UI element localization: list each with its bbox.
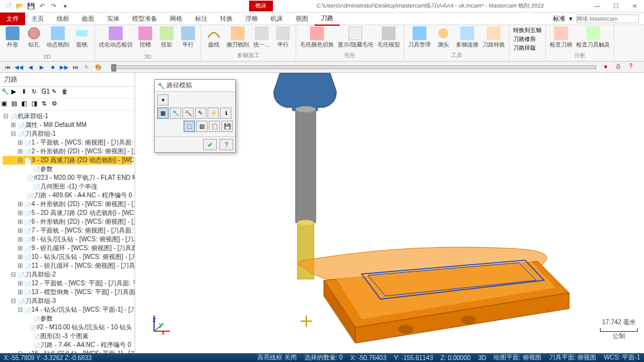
tree-node[interactable]: 📄图形(3) -3 个图素 (3, 332, 132, 341)
record-icon[interactable]: ● (604, 63, 613, 72)
btn-tpconv[interactable]: 刀路转换 (482, 26, 505, 49)
tab-file[interactable]: 文件 (0, 13, 25, 25)
tree-node[interactable]: ⊞📄9 - 铰孔循环 - [WCS: 俯视图] - [刀具面: 俯视图] (3, 244, 132, 253)
chevron-down-icon[interactable]: ▾ (569, 15, 572, 22)
tree-node[interactable]: 📄刀路 - 7.4K - A4.NC - 程序编号 0 (3, 341, 132, 349)
play-start[interactable]: ⏮ (3, 63, 13, 72)
btn-link[interactable]: 多轴连接 (456, 26, 479, 49)
open-icon[interactable]: 📂 (15, 2, 24, 11)
redo-icon[interactable]: ↷ (49, 2, 58, 11)
status-cplane[interactable]: 绘图平面: 俯视图 (494, 353, 541, 362)
tb-icon[interactable]: ◨ (31, 100, 40, 109)
tb-icon[interactable]: 🗑 (62, 88, 70, 97)
tab-wireframe[interactable]: 线框 (50, 13, 75, 25)
pencil-icon[interactable]: ✎ (82, 63, 92, 72)
play-stepback[interactable]: ◀ (25, 63, 35, 72)
play-fwd[interactable]: ▶▶ (59, 63, 69, 72)
tab-machine[interactable]: 机床 (264, 13, 289, 25)
tree-node[interactable]: ⊞📄11 - 铰孔循环 - [WCS: 俯视图] - [刀具面: 俯视图] (3, 261, 132, 270)
tree-node[interactable]: ⊟📄刀具群组-3 (3, 297, 132, 305)
play-rewind[interactable]: ◀◀ (14, 63, 24, 72)
tree-node[interactable]: ⊞📄属性 - Mill Default MM (3, 121, 132, 129)
close-button[interactable]: ✕ (625, 1, 644, 12)
btn-parallel[interactable]: 平行 (179, 26, 197, 49)
tb-icon[interactable]: ▶ (11, 88, 20, 97)
tab-relief[interactable]: 浮雕 (239, 13, 264, 25)
tree[interactable]: ⊟📄机床群组-1⊞📄属性 - Mill Default MM⊟📄刀具群组-1⊞📄… (0, 111, 135, 353)
status-y[interactable]: Y: -155.61143 (394, 354, 433, 361)
status-tplane[interactable]: 刀具平面: 俯视图 (549, 353, 597, 362)
status-mode[interactable]: 3D (478, 354, 486, 361)
status-x[interactable]: X: -50.76403 (350, 354, 386, 361)
new-icon[interactable]: 📄 (4, 2, 13, 11)
tb-icon[interactable]: ✎ (52, 88, 60, 97)
tb-icon[interactable]: ◧ (21, 100, 30, 109)
btn-contour[interactable]: 外形 (4, 26, 21, 49)
btn-drill[interactable]: 钻孔 (25, 26, 43, 49)
btn-stockmodel[interactable]: 毛坯模型 (377, 26, 400, 49)
tree-node[interactable]: 📄参数 (3, 165, 132, 173)
tree-node[interactable]: ⊞📄1 - 平面铣 - [WCS: 俯视图] - [刀具面: 俯视图] (3, 138, 132, 147)
tree-node[interactable]: ⊟📄机床群组-1 (3, 112, 132, 121)
viewport-3d[interactable]: 🔧路径模拟 ▾ ▦ 🔧 🔨 ✎ ⚡ ℹ ⬚ ▨ 📋 💾 (135, 73, 644, 353)
play-play[interactable]: ▶ (36, 63, 47, 72)
tab-home[interactable]: 主页 (25, 13, 50, 25)
tab-solid[interactable]: 实体 (101, 13, 126, 25)
minimize-button[interactable]: — (587, 1, 606, 12)
btn-project[interactable]: 投影 (158, 26, 175, 49)
btn-nest[interactable]: 刀路排版 (513, 44, 536, 52)
tree-node[interactable]: 📄参数 (3, 314, 132, 323)
help-icon[interactable]: ? (629, 63, 638, 72)
btn-conv5x[interactable]: 转换到五轴 (513, 26, 541, 35)
undo-icon[interactable]: ↶ (38, 2, 47, 11)
tab-mesh[interactable]: 网格 (164, 13, 189, 25)
btn-checkreach[interactable]: 检查刀具触及 (576, 26, 610, 49)
tree-node[interactable]: ⊟📄刀具群组-2 (3, 270, 132, 279)
tb-icon[interactable]: ▤ (11, 100, 20, 109)
tb-icon[interactable]: ↻ (31, 88, 40, 97)
tb-icon[interactable]: ⇅ (42, 100, 50, 109)
tab-modelprep[interactable]: 模型准备 (126, 13, 164, 25)
btn-parallel5x[interactable]: 平行 (274, 26, 292, 49)
tab-view[interactable]: 视图 (289, 13, 314, 25)
btn-pocket3d[interactable]: 挖槽 (136, 26, 154, 49)
status-z[interactable]: Z: 0.00000 (440, 354, 470, 361)
btn-face[interactable]: 面铣 (73, 26, 91, 49)
btn-swarf[interactable]: 侧刃铣削 (226, 26, 249, 49)
tree-node[interactable]: ⊞📄7 - 平面铣 - [WCS: 俯视图] - [刀具面: 俯视图] (3, 226, 132, 235)
tb-icon[interactable]: G1 (42, 88, 50, 97)
tree-node[interactable]: ⊟📄刀具群组-1 (3, 129, 132, 138)
tree-node[interactable]: ⊞📄13 - 模型倒角 - [WCS: 平面] - [刀具面: 平面] (3, 288, 132, 297)
camera-icon[interactable]: ⎙ (616, 63, 625, 72)
tree-node[interactable]: ⊞📄5 - 2D 高速刀路 (2D 动态铣削) - [WCS: 俯视图] - [… (3, 209, 132, 217)
btn-curve[interactable]: 曲线 (205, 26, 223, 49)
tree-node[interactable]: 📄#223 - M20.00 平铣刀 - FLAT END MILL - 20 (3, 173, 132, 182)
palette-icon[interactable]: 🎨 (93, 63, 103, 72)
btn-checkholder[interactable]: 检查刀柄 (550, 26, 572, 49)
tb-icon[interactable]: ▣ (1, 100, 10, 109)
tab-annotate[interactable]: 标注 (189, 13, 214, 25)
tree-node[interactable]: 📄刀路 - 489.6K - A4.NC - 程序编号 0 (3, 191, 132, 200)
tb-icon[interactable]: ⚙ (52, 100, 60, 109)
dropdown-icon[interactable]: ▾ (60, 2, 69, 11)
btn-trim[interactable]: 刀路修剪 (513, 35, 536, 43)
tree-node[interactable]: ⊞📄2 - 外形铣削 (2D) - [WCS: 俯视图] - [刀具面: 俯视图… (3, 147, 132, 156)
tree-node[interactable]: ⊟📄14 - 钻头/沉头钻 - [WCS: 平面-1] - [刀具面: 平面-1… (3, 305, 132, 314)
tree-node[interactable]: 📄几何图形 -(1) 个串连 (3, 182, 132, 191)
play-end[interactable]: ⏭ (70, 63, 80, 72)
tree-node[interactable]: 📄#2 - M10.00 钻头/沉头钻 - 10 钻头 (3, 323, 132, 332)
tab-toolpath[interactable]: 刀路 (314, 12, 340, 26)
tb-icon[interactable]: 🔧 (1, 88, 10, 97)
save-icon[interactable]: 💾 (26, 2, 35, 11)
btn-toolmgr[interactable]: 刀具管理 (408, 26, 431, 49)
btn-stockcolor[interactable]: 毛坯颜色切换 (300, 26, 334, 49)
tab-surface[interactable]: 曲面 (75, 13, 101, 25)
tree-node[interactable]: ⊞📄8 - 钻头/沉头钻 - [WCS: 俯视图] - [刀具面: 俯视图] (3, 235, 132, 244)
tree-node[interactable]: ⊞📄10 - 钻头/沉头钻 - [WCS: 俯视图] - [刀具面: 俯视图] (3, 253, 132, 261)
tb-icon[interactable]: ⬇ (21, 88, 30, 97)
btn-unified[interactable]: 统一… (253, 26, 270, 49)
play-stop[interactable]: ■ (48, 63, 58, 72)
tree-node[interactable]: ⊞📄6 - 外形铣削 (2D) - [WCS: 俯视图] - [刀具面: 俯视图… (3, 217, 132, 226)
status-wcs[interactable]: WCS: 平面-1 (604, 353, 640, 362)
tree-node[interactable]: ⊟📄3 - 2D 高速刀路 (2D 动态铣削) - [WCS: 俯视图] - [… (3, 156, 132, 165)
